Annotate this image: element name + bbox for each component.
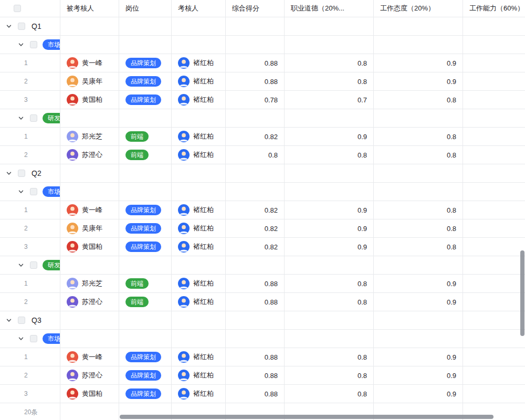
attitude-cell[interactable]: 0.9 <box>374 54 463 72</box>
empty-cell[interactable] <box>463 183 525 201</box>
empty-cell[interactable] <box>60 17 119 35</box>
score-cell[interactable]: 0.82 <box>226 128 285 145</box>
attitude-cell[interactable]: 0.8 <box>374 219 463 237</box>
position-cell[interactable]: 品牌策划 <box>119 201 172 219</box>
reviewer-cell[interactable]: 褚红柏 <box>172 128 226 145</box>
empty-cell[interactable] <box>172 256 226 274</box>
empty-cell[interactable] <box>60 256 119 274</box>
chevron-down-icon[interactable] <box>17 114 25 122</box>
ethics-cell[interactable]: 0.8 <box>285 146 374 164</box>
empty-cell[interactable] <box>374 330 463 348</box>
chevron-down-icon[interactable] <box>5 317 13 324</box>
column-header-ethics[interactable]: 职业道德（20%... <box>285 0 374 17</box>
ability-cell[interactable] <box>463 293 525 311</box>
person-cell[interactable]: 苏澄心 <box>60 146 119 164</box>
ability-cell[interactable] <box>463 201 525 219</box>
empty-cell[interactable] <box>374 17 463 35</box>
person-cell[interactable]: 吴康年 <box>60 219 119 237</box>
row-checkbox[interactable] <box>30 188 37 195</box>
chevron-down-icon[interactable] <box>17 261 25 269</box>
header-select-cell[interactable] <box>0 0 60 17</box>
score-cell[interactable]: 0.88 <box>226 385 285 403</box>
empty-cell[interactable] <box>119 36 172 54</box>
ethics-cell[interactable]: 0.7 <box>285 91 374 109</box>
ethics-cell[interactable]: 0.8 <box>285 366 374 384</box>
quarter-group-cell[interactable]: Q1 <box>0 17 60 35</box>
ethics-cell[interactable]: 0.8 <box>285 293 374 311</box>
attitude-cell[interactable]: 0.8 <box>374 128 463 145</box>
score-cell[interactable]: 0.82 <box>226 238 285 256</box>
column-header-position[interactable]: 岗位 <box>119 0 172 17</box>
department-group-cell[interactable]: 市场部 <box>0 330 60 348</box>
row-checkbox[interactable] <box>30 261 37 269</box>
horizontal-scrollbar[interactable] <box>120 415 494 419</box>
attitude-cell[interactable]: 0.9 <box>374 348 463 366</box>
ability-cell[interactable] <box>463 146 525 164</box>
position-cell[interactable]: 品牌策划 <box>119 54 172 72</box>
attitude-cell[interactable]: 0.8 <box>374 238 463 256</box>
empty-cell[interactable] <box>374 36 463 54</box>
empty-cell[interactable] <box>172 17 226 35</box>
ethics-cell[interactable]: 0.8 <box>285 275 374 292</box>
score-cell[interactable]: 0.88 <box>226 275 285 292</box>
empty-cell[interactable] <box>60 36 119 54</box>
chevron-down-icon[interactable] <box>17 335 25 342</box>
person-cell[interactable]: 黄一峰 <box>60 54 119 72</box>
empty-cell[interactable] <box>374 183 463 201</box>
person-cell[interactable]: 郑光芝 <box>60 128 119 145</box>
position-cell[interactable]: 前端 <box>119 275 172 292</box>
empty-cell[interactable] <box>374 109 463 127</box>
position-cell[interactable]: 品牌策划 <box>119 366 172 384</box>
person-cell[interactable]: 苏澄心 <box>60 293 119 311</box>
empty-cell[interactable] <box>172 330 226 348</box>
ethics-cell[interactable]: 0.8 <box>285 385 374 403</box>
ability-cell[interactable] <box>463 54 525 72</box>
empty-cell[interactable] <box>172 311 226 329</box>
position-cell[interactable]: 前端 <box>119 128 172 145</box>
empty-cell[interactable] <box>285 109 374 127</box>
position-cell[interactable]: 前端 <box>119 293 172 311</box>
empty-cell[interactable] <box>285 17 374 35</box>
empty-cell[interactable] <box>226 36 285 54</box>
empty-cell[interactable] <box>226 311 285 329</box>
row-checkbox[interactable] <box>18 317 25 324</box>
empty-cell[interactable] <box>172 183 226 201</box>
quarter-group-cell[interactable]: Q2 <box>0 164 60 182</box>
empty-cell[interactable] <box>60 311 119 329</box>
column-header-reviewer[interactable]: 考核人 <box>172 0 226 17</box>
ability-cell[interactable] <box>463 348 525 366</box>
column-header-score[interactable]: 综合得分 <box>226 0 285 17</box>
reviewer-cell[interactable]: 褚红柏 <box>172 348 226 366</box>
empty-cell[interactable] <box>172 36 226 54</box>
reviewer-cell[interactable]: 褚红柏 <box>172 293 226 311</box>
row-checkbox[interactable] <box>18 170 25 177</box>
empty-cell[interactable] <box>285 311 374 329</box>
empty-cell[interactable] <box>226 109 285 127</box>
empty-cell[interactable] <box>119 330 172 348</box>
empty-cell[interactable] <box>119 109 172 127</box>
ethics-cell[interactable]: 0.9 <box>285 219 374 237</box>
empty-cell[interactable] <box>463 311 525 329</box>
chevron-down-icon[interactable] <box>17 41 25 48</box>
row-checkbox[interactable] <box>30 335 37 342</box>
empty-cell[interactable] <box>463 17 525 35</box>
empty-cell[interactable] <box>463 256 525 274</box>
position-cell[interactable]: 品牌策划 <box>119 91 172 109</box>
empty-cell[interactable] <box>119 164 172 182</box>
empty-cell[interactable] <box>226 330 285 348</box>
empty-cell[interactable] <box>285 330 374 348</box>
position-cell[interactable]: 前端 <box>119 146 172 164</box>
ability-cell[interactable] <box>463 238 525 256</box>
chevron-down-icon[interactable] <box>5 23 13 30</box>
column-header-person[interactable]: 被考核人 <box>60 0 119 17</box>
empty-cell[interactable] <box>226 256 285 274</box>
ability-cell[interactable] <box>463 385 525 403</box>
person-cell[interactable]: 郑光芝 <box>60 275 119 292</box>
empty-cell[interactable] <box>119 311 172 329</box>
reviewer-cell[interactable]: 褚红柏 <box>172 72 226 90</box>
attitude-cell[interactable]: 0.9 <box>374 275 463 292</box>
reviewer-cell[interactable]: 褚红柏 <box>172 91 226 109</box>
empty-cell[interactable] <box>119 17 172 35</box>
attitude-cell[interactable]: 0.9 <box>374 366 463 384</box>
vertical-scrollbar[interactable] <box>520 250 524 336</box>
